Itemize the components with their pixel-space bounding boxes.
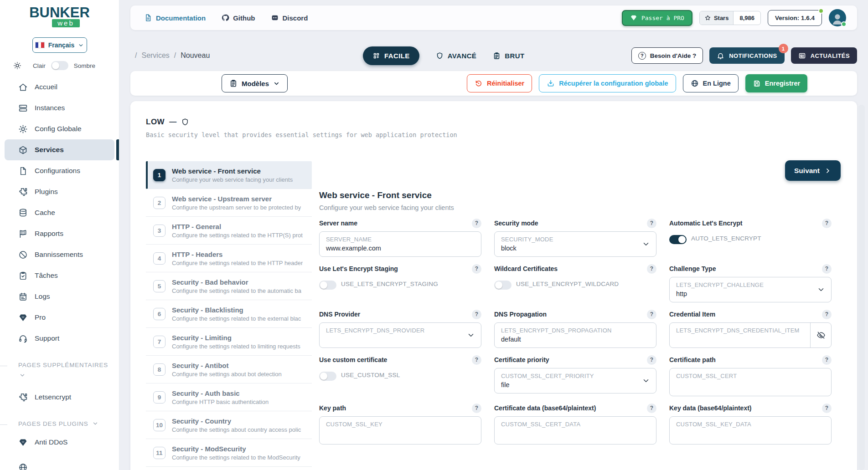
sidebar-item-instances[interactable]: Instances <box>0 97 119 118</box>
textarea-custom-ssl-key[interactable]: CUSTOM_SSL_KEY <box>319 416 481 444</box>
help-icon[interactable]: ? <box>647 404 656 413</box>
wizard-step-2[interactable]: 2Web service - Upstream serverConfigure … <box>146 189 312 217</box>
sidebar-item-plugins[interactable]: Plugins <box>0 181 119 202</box>
tab-facile[interactable]: FACILE <box>363 46 419 65</box>
scrollbar[interactable] <box>858 105 865 470</box>
mode-tabs: FACILEAVANCÉBRUT <box>363 45 525 66</box>
help-icon[interactable]: ? <box>647 355 656 365</box>
sidebar-item-letsencrypt[interactable]: Letsencrypt <box>0 387 119 408</box>
wizard-step-5[interactable]: 5Security - Bad behaviorConfigure the se… <box>146 272 312 300</box>
language-selector[interactable]: Français <box>32 37 87 53</box>
toggle-use-lets-encrypt-staging[interactable] <box>319 281 336 290</box>
textarea-custom-ssl-key-data[interactable]: CUSTOM_SSL_KEY_DATA <box>669 416 832 444</box>
field-certificate-priority: Certificate priority?CUSTOM_SSL_CERT_PRI… <box>494 355 656 396</box>
textarea-custom-ssl-cert-data[interactable]: CUSTOM_SSL_CERT_DATA <box>494 416 656 444</box>
field-label: Key path <box>319 404 346 412</box>
sidebar-item-configurations[interactable]: Configurations <box>0 160 119 181</box>
help-icon[interactable]: ? <box>822 355 832 365</box>
reset-button[interactable]: Réinitialiser <box>467 74 532 92</box>
tab-avanc[interactable]: AVANCÉ <box>436 52 477 60</box>
select-custom-ssl-cert-priority[interactable]: CUSTOM_SSL_CERT_PRIORITYfile <box>494 368 656 393</box>
globe-icon <box>18 463 28 470</box>
wizard-step-3[interactable]: 3HTTP - GeneralConfigure the settings re… <box>146 217 312 245</box>
breadcrumb-item-nouveau[interactable]: Nouveau <box>181 51 210 60</box>
documentation-link[interactable]: Documentation <box>144 14 206 22</box>
wizard-step-6[interactable]: 6Security - BlacklistingConfigure the se… <box>146 300 312 328</box>
step-title: HTTP - General <box>172 223 303 230</box>
github-link[interactable]: Github <box>221 14 255 22</box>
help-icon[interactable]: ? <box>647 264 656 274</box>
help-icon[interactable]: ? <box>472 355 481 365</box>
help-icon[interactable]: ? <box>822 264 832 274</box>
gem-icon <box>18 313 28 322</box>
help-icon[interactable]: ? <box>822 404 832 413</box>
field-label: Use custom certificate <box>319 356 387 363</box>
sidebar-item-config-globale[interactable]: Config Globale <box>0 118 119 139</box>
sidebar-item-partial[interactable] <box>18 463 28 470</box>
templates-dropdown[interactable]: Modèles <box>222 74 288 92</box>
wizard-step-8[interactable]: 8Security - AntibotConfigure the setting… <box>146 356 312 383</box>
toggle-visibility-button[interactable] <box>810 323 831 347</box>
breadcrumb-item-services[interactable]: Services <box>141 51 169 60</box>
select-lets-encrypt-dns-provider[interactable]: LETS_ENCRYPT_DNS_PROVIDER <box>319 322 481 348</box>
sidebar-item-anti-ddos[interactable]: Anti DDoS <box>0 432 119 453</box>
shield-icon <box>181 118 189 126</box>
sidebar-item-support[interactable]: Support <box>0 328 119 349</box>
save-button[interactable]: Enregistrer <box>745 74 807 92</box>
section-collapse-chevron[interactable] <box>0 372 119 380</box>
help-icon[interactable]: ? <box>822 219 832 228</box>
next-button[interactable]: Suivant <box>785 160 841 181</box>
help-icon[interactable]: ? <box>647 219 656 228</box>
theme-toggle[interactable] <box>51 61 68 70</box>
wizard-step-1[interactable]: 1Web service - Front serviceConfigure yo… <box>146 161 312 189</box>
toggle-use-custom-ssl[interactable] <box>319 372 336 381</box>
help-icon[interactable]: ? <box>472 264 481 274</box>
online-button[interactable]: En Ligne <box>683 74 739 92</box>
step-text: Security - Auth basicConfigure HTTP basi… <box>172 389 269 405</box>
version-button[interactable]: Version: 1.6.4 <box>768 10 822 26</box>
input-server-name[interactable]: SERVER_NAMEwww.example.com <box>319 231 481 257</box>
step-title: Security - Blacklisting <box>172 306 301 314</box>
wizard-step-10[interactable]: 10Security - CountryConfigure the settin… <box>146 411 312 439</box>
toggle-row: USE_CUSTOM_SSL <box>319 368 481 393</box>
select-security-mode[interactable]: SECURITY_MODEblock <box>494 231 656 257</box>
upgrade-pro-button[interactable]: Passer à PRO <box>622 10 692 26</box>
puzzle-icon <box>18 187 28 197</box>
sidebar-item-pro[interactable]: Pro <box>0 307 119 328</box>
notifications-button[interactable]: NOTIFICATIONS 1 <box>709 47 784 64</box>
toggle-use-lets-encrypt-wildcard[interactable] <box>494 281 512 290</box>
select-lets-encrypt-challenge[interactable]: LETS_ENCRYPT_CHALLENGEhttp <box>669 277 832 302</box>
wizard-step-11[interactable]: 11Security - ModSecurityConfigure the se… <box>146 439 312 467</box>
setting-code: USE_LETS_ENCRYPT_WILDCARD <box>516 281 619 287</box>
sidebar-item-t-ches[interactable]: Tâches <box>0 265 119 286</box>
wizard-step-9[interactable]: 9Security - Auth basicConfigure HTTP bas… <box>146 383 312 411</box>
textarea-custom-ssl-cert[interactable]: CUSTOM_SSL_CERT <box>669 368 832 396</box>
sidebar-item-rapports[interactable]: Rapports <box>0 223 119 244</box>
input-lets-encrypt-dns-credential-item[interactable]: LETS_ENCRYPT_DNS_CREDENTIAL_ITEM <box>669 322 832 348</box>
field-value: default <box>501 336 650 343</box>
help-icon[interactable]: ? <box>822 310 832 319</box>
wizard-step-4[interactable]: 4HTTP - HeadersConfigure the settings re… <box>146 245 312 272</box>
help-icon[interactable]: ? <box>647 310 656 319</box>
sidebar-item-accueil[interactable]: Accueil <box>0 77 119 97</box>
puzzle-icon <box>18 393 28 402</box>
discord-link[interactable]: Discord <box>271 14 308 22</box>
help-icon[interactable]: ? <box>472 219 481 228</box>
help-icon[interactable]: ? <box>472 404 481 413</box>
pull-global-config-button[interactable]: Récupérer la configuration globale <box>539 74 676 92</box>
help-button[interactable]: ? Besoin d'Aide ? <box>631 47 703 64</box>
help-icon[interactable]: ? <box>472 310 481 319</box>
field-placeholder: LETS_ENCRYPT_DNS_PROVIDER <box>326 327 475 334</box>
sidebar-item-services[interactable]: Services <box>5 139 114 160</box>
news-button[interactable]: ACTUALITÉS <box>791 47 857 64</box>
sidebar-item-cache[interactable]: Cache <box>0 202 119 223</box>
tab-brut[interactable]: BRUT <box>493 52 524 60</box>
toggle-auto-lets-encrypt[interactable] <box>669 235 687 244</box>
avatar[interactable] <box>829 9 846 26</box>
sidebar-item-bannissements[interactable]: Bannissements <box>0 244 119 265</box>
sidebar-item-logs[interactable]: Logs <box>0 286 119 307</box>
wizard-step-7[interactable]: 7Security - LimitingConfigure the settin… <box>146 328 312 356</box>
step-description: Configure the settings related to the au… <box>172 287 301 294</box>
input-lets-encrypt-dns-propagation[interactable]: LETS_ENCRYPT_DNS_PROPAGATIONdefault <box>494 322 656 348</box>
github-stars-badge[interactable]: Stars 8,986 <box>699 11 761 25</box>
